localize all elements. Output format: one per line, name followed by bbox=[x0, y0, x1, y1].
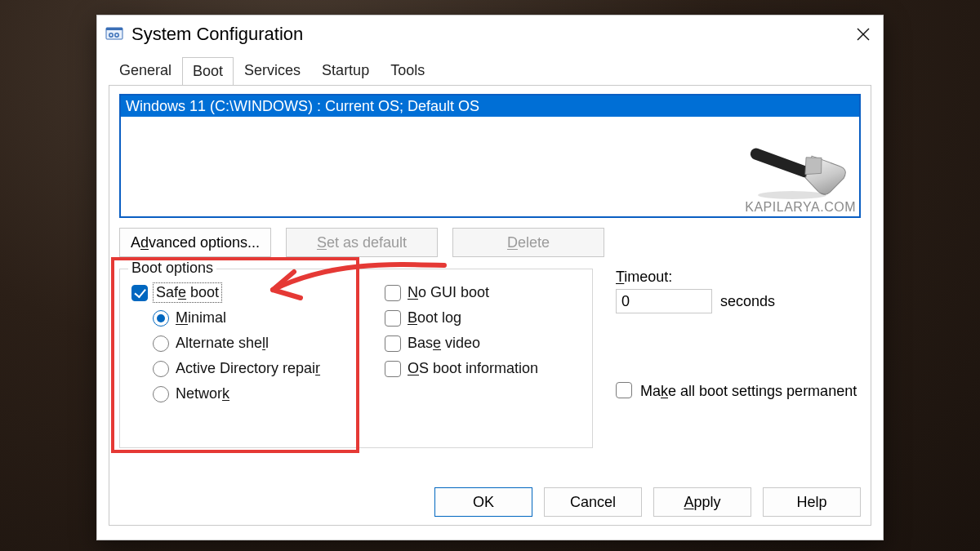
tab-tools[interactable]: Tools bbox=[380, 56, 435, 85]
timeout-row: seconds bbox=[616, 289, 861, 313]
os-list-item[interactable]: Windows 11 (C:\WINDOWS) : Current OS; De… bbox=[121, 96, 859, 117]
radio-alternate-shell[interactable]: Alternate shell bbox=[153, 335, 344, 352]
tab-services[interactable]: Services bbox=[234, 56, 311, 85]
watermark: KAPILARYA.COM bbox=[735, 115, 856, 215]
radio-icon bbox=[153, 335, 169, 352]
hammer-icon bbox=[735, 115, 849, 200]
boot-options-legend: Boot options bbox=[128, 260, 216, 277]
boot-content-row: Boot options Safe boot Minimal bbox=[119, 269, 861, 448]
checkbox-icon bbox=[131, 285, 148, 301]
cancel-button[interactable]: Cancel bbox=[544, 487, 642, 517]
tab-startup[interactable]: Startup bbox=[311, 56, 380, 85]
dialog-button-row: OK Cancel Apply Help bbox=[434, 487, 861, 517]
close-icon bbox=[857, 28, 870, 41]
titlebar: System Configuration bbox=[97, 16, 883, 53]
os-boot-info-checkbox[interactable]: OS boot information bbox=[385, 360, 538, 377]
tab-boot[interactable]: Boot bbox=[182, 57, 234, 86]
svg-rect-6 bbox=[749, 147, 813, 180]
radio-icon bbox=[153, 310, 169, 327]
safe-boot-checkbox[interactable]: Safe boot bbox=[131, 284, 344, 301]
watermark-text: KAPILARYA.COM bbox=[735, 200, 856, 215]
checkbox-icon bbox=[385, 285, 401, 301]
help-button[interactable]: Help bbox=[763, 487, 861, 517]
set-as-default-button: Set as default bbox=[286, 228, 438, 257]
apply-button[interactable]: Apply bbox=[653, 487, 751, 517]
app-icon bbox=[105, 25, 123, 43]
system-configuration-window: System Configuration General Boot Servic… bbox=[96, 15, 884, 540]
make-permanent-checkbox[interactable]: Make all boot settings permanent bbox=[616, 382, 861, 400]
base-video-checkbox[interactable]: Base video bbox=[385, 335, 538, 352]
base-video-label: Base video bbox=[408, 335, 480, 352]
tab-body-boot: Windows 11 (C:\WINDOWS) : Current OS; De… bbox=[109, 85, 871, 526]
timeout-unit: seconds bbox=[720, 293, 775, 310]
svg-rect-1 bbox=[106, 28, 122, 30]
safe-boot-label: Safe boot bbox=[154, 284, 220, 301]
checkbox-icon bbox=[385, 310, 401, 327]
make-permanent-label: Make all boot settings permanent bbox=[640, 382, 857, 400]
boot-options-right-col: No GUI boot Boot log Base video OS bbox=[385, 284, 538, 402]
radio-ad-repair-label: Active Directory repair bbox=[176, 360, 320, 377]
window-title: System Configuration bbox=[131, 24, 849, 45]
radio-minimal-label: Minimal bbox=[176, 309, 226, 327]
timeout-label: Timeout: bbox=[616, 269, 861, 286]
timeout-input[interactable] bbox=[616, 289, 712, 313]
no-gui-boot-checkbox[interactable]: No GUI boot bbox=[385, 284, 538, 301]
radio-ad-repair[interactable]: Active Directory repair bbox=[153, 360, 344, 377]
tab-general[interactable]: General bbox=[109, 56, 182, 85]
svg-point-7 bbox=[758, 191, 826, 199]
os-list-button-row: Advanced options... Set as default Delet… bbox=[119, 228, 861, 257]
timeout-column: Timeout: seconds Make all boot settings … bbox=[616, 269, 861, 448]
radio-network[interactable]: Network bbox=[153, 385, 344, 402]
checkbox-icon bbox=[616, 382, 632, 398]
radio-icon bbox=[153, 386, 169, 402]
boot-log-label: Boot log bbox=[408, 309, 461, 327]
radio-network-label: Network bbox=[176, 385, 229, 402]
boot-log-checkbox[interactable]: Boot log bbox=[385, 309, 538, 327]
checkbox-icon bbox=[385, 335, 401, 352]
close-button[interactable] bbox=[849, 20, 878, 49]
os-list[interactable]: Windows 11 (C:\WINDOWS) : Current OS; De… bbox=[119, 94, 861, 218]
no-gui-boot-label: No GUI boot bbox=[408, 284, 489, 301]
boot-options-group: Boot options Safe boot Minimal bbox=[119, 269, 593, 448]
advanced-options-button[interactable]: Advanced options... bbox=[119, 228, 271, 257]
checkbox-icon bbox=[385, 361, 401, 377]
os-boot-info-label: OS boot information bbox=[408, 360, 538, 377]
boot-options-columns: Safe boot Minimal Alternate shell A bbox=[131, 284, 581, 402]
radio-alternate-shell-label: Alternate shell bbox=[176, 335, 269, 352]
radio-icon bbox=[153, 361, 169, 377]
tab-strip: General Boot Services Startup Tools bbox=[97, 53, 883, 85]
ok-button[interactable]: OK bbox=[434, 487, 532, 517]
delete-button: Delete bbox=[452, 228, 604, 257]
radio-minimal[interactable]: Minimal bbox=[153, 309, 344, 327]
boot-options-left-col: Safe boot Minimal Alternate shell A bbox=[131, 284, 344, 402]
